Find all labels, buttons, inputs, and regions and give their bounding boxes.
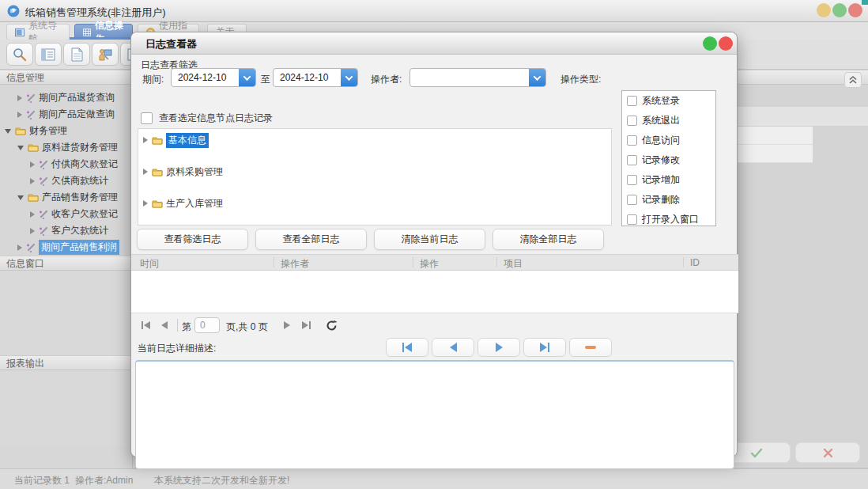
sidebar-item-supplier-debt-register[interactable]: 付供商欠款登记: [0, 156, 133, 172]
column-header-operation[interactable]: 操作: [420, 257, 439, 271]
sidebar-item-customer-debt-register[interactable]: 收客户欠款登记: [0, 206, 133, 222]
date-from-combobox[interactable]: 2024-12-10: [171, 68, 256, 87]
sidebar-item-period-sales-profit[interactable]: 期间产品销售利润: [0, 239, 133, 256]
list-toolbar-button[interactable]: [35, 43, 62, 66]
sidebar-item-sales-finance[interactable]: 产品销售财务管理: [0, 189, 133, 206]
sidebar-item-customer-debt-stats[interactable]: 客户欠款统计: [0, 222, 133, 239]
tab-system-nav[interactable]: 系统导航: [6, 24, 70, 40]
optype-item-login[interactable]: 系统登录: [622, 91, 715, 111]
sidebar-item-period-returns[interactable]: 期间产品退货查询: [0, 89, 133, 106]
combo-dropdown-button[interactable]: [239, 69, 255, 86]
sidebar-section-report-header[interactable]: 报表输出: [0, 355, 132, 370]
chevron-right-icon[interactable]: [30, 161, 35, 168]
folder-icon: [152, 168, 163, 176]
detail-remove-button[interactable]: [569, 338, 612, 357]
search-toolbar-button[interactable]: [6, 43, 33, 66]
date-to-combobox[interactable]: 2024-12-10: [273, 68, 358, 87]
sidebar: 信息管理 期间产品退货查询 期间产品定做查询 财务管理 原料进货财务管理: [0, 70, 133, 468]
checkbox[interactable]: [627, 214, 637, 225]
log-table-body[interactable]: [131, 271, 738, 313]
chevron-right-icon[interactable]: [17, 95, 22, 101]
chevron-right-icon[interactable]: [143, 137, 148, 143]
optype-item-delete[interactable]: 记录删除: [622, 190, 715, 210]
dialog-tree-item-material-purchase[interactable]: 原料采购管理: [138, 164, 611, 180]
combo-dropdown-button[interactable]: [341, 69, 357, 86]
column-header-id[interactable]: ID: [690, 257, 700, 268]
view-filtered-logs-button[interactable]: 查看筛选日志: [137, 229, 248, 250]
sidebar-item-material-finance[interactable]: 原料进货财务管理: [0, 139, 133, 156]
first-page-button[interactable]: [138, 317, 153, 333]
user-toolbar-button[interactable]: [92, 43, 119, 66]
collapse-panel-button[interactable]: [844, 72, 862, 88]
previous-page-button[interactable]: [157, 317, 172, 333]
column-header-item[interactable]: 项目: [504, 257, 523, 271]
tree-item-label: 收客户欠款登记: [51, 207, 118, 221]
detail-first-button[interactable]: [386, 338, 428, 357]
sidebar-item-supplier-debt-stats[interactable]: 欠供商款统计: [0, 172, 133, 189]
dialog-minimize-button[interactable]: [703, 36, 717, 51]
operator-combobox[interactable]: [409, 68, 546, 87]
node-filter-checkbox-row[interactable]: 查看选定信息节点日志记录: [141, 112, 273, 125]
detail-previous-button[interactable]: [432, 338, 474, 357]
dialog-tree-item-production[interactable]: 生产入库管理: [138, 195, 611, 211]
chevron-right-icon[interactable]: [17, 244, 22, 251]
minimize-button[interactable]: [817, 3, 831, 17]
window-title: 纸箱销售管理系统(非注册用户): [25, 6, 166, 20]
optype-item-open-window[interactable]: 打开录入窗口: [622, 210, 715, 226]
document-toolbar-button[interactable]: [63, 43, 90, 66]
log-table-header: 时间 操作者 操作 项目 ID: [131, 254, 738, 271]
column-header-time[interactable]: 时间: [140, 257, 159, 271]
chevron-right-icon[interactable]: [143, 169, 148, 175]
detail-next-button[interactable]: [477, 338, 520, 357]
dialog-title-bar[interactable]: 日志查看器: [131, 32, 737, 55]
checkbox[interactable]: [627, 175, 637, 185]
combo-dropdown-button[interactable]: [529, 69, 545, 86]
optype-item-add[interactable]: 记录增加: [622, 170, 715, 190]
refresh-button[interactable]: [323, 317, 339, 333]
close-button[interactable]: [848, 3, 862, 17]
optype-item-access[interactable]: 信息访问: [622, 131, 715, 150]
checkbox[interactable]: [627, 96, 637, 106]
pager-bar: 第 页,共 0 页: [131, 313, 738, 336]
log-viewer-dialog: 日志查看器 日志查看筛选 期间: 2024-12-10 至 2024-12-10…: [130, 32, 738, 457]
check-icon: [750, 448, 763, 458]
log-detail-textarea[interactable]: [135, 360, 734, 469]
chevron-right-icon[interactable]: [17, 112, 22, 118]
chevron-down-icon[interactable]: [17, 195, 24, 200]
checkbox[interactable]: [627, 195, 637, 205]
chevron-right-icon[interactable]: [30, 228, 35, 234]
clear-all-logs-button[interactable]: 清除全部日志: [492, 229, 604, 250]
checkbox[interactable]: [627, 155, 637, 165]
chevron-right-icon[interactable]: [30, 178, 35, 184]
dialog-tree-item-basic-info[interactable]: 基本信息: [138, 132, 611, 148]
last-page-button[interactable]: [298, 317, 314, 333]
sidebar-section-info-header[interactable]: 信息管理: [0, 70, 132, 85]
sidebar-item-period-custom[interactable]: 期间产品定做查询: [0, 106, 133, 123]
folder-icon: [152, 199, 163, 208]
column-header-operator[interactable]: 操作者: [281, 257, 309, 271]
page-number-input[interactable]: [194, 317, 220, 333]
checkbox[interactable]: [141, 112, 153, 124]
optype-item-modify[interactable]: 记录修改: [622, 150, 715, 170]
clear-current-logs-button[interactable]: 清除当前日志: [374, 229, 485, 250]
detail-last-button[interactable]: [523, 338, 566, 357]
checkbox[interactable]: [627, 135, 637, 146]
operation-type-list: 系统登录 系统退出 信息访问 记录修改 记录增加 记录删除 打开录入窗口 关闭录…: [621, 90, 716, 226]
optype-item-logout[interactable]: 系统退出: [622, 111, 715, 131]
dialog-close-button[interactable]: [719, 36, 733, 51]
cancel-button[interactable]: [795, 442, 860, 463]
chevron-down-icon: [243, 73, 251, 81]
search-icon: [13, 47, 27, 62]
next-page-button[interactable]: [279, 317, 295, 333]
chevron-down-icon[interactable]: [5, 129, 11, 134]
sidebar-section-window-header[interactable]: 信息窗口: [0, 256, 132, 271]
view-all-logs-button[interactable]: 查看全部日志: [255, 229, 367, 250]
checkbox[interactable]: [627, 116, 637, 126]
dialog-title: 日志查看器: [145, 37, 197, 51]
chevron-right-icon[interactable]: [30, 211, 35, 218]
optype-label-text: 记录删除: [642, 193, 680, 207]
sidebar-item-finance-mgmt[interactable]: 财务管理: [0, 123, 133, 139]
chevron-right-icon[interactable]: [143, 200, 148, 207]
maximize-button[interactable]: [832, 3, 847, 17]
chevron-down-icon[interactable]: [17, 146, 24, 150]
